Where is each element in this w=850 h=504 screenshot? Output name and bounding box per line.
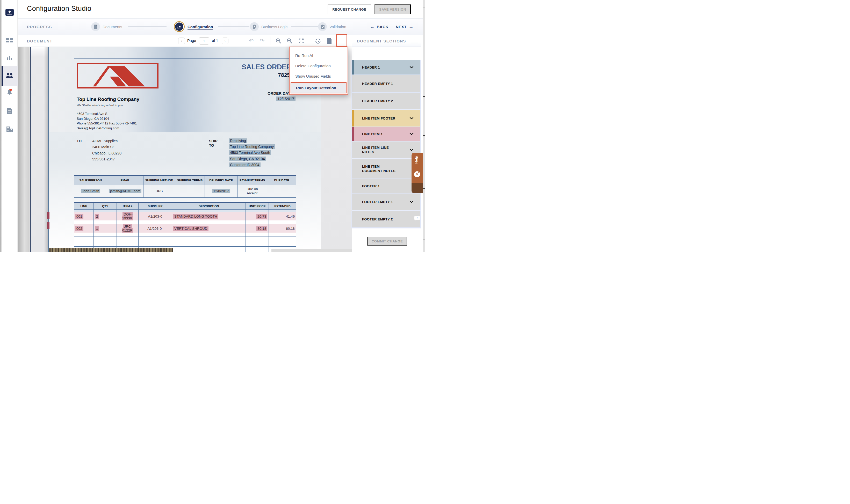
dashboard-icon <box>6 38 13 43</box>
section-item-header-empty-1[interactable]: HEADER EMPTY 1 <box>352 75 420 92</box>
menu-item-delete-configuration[interactable]: Delete Configuration <box>290 61 348 71</box>
cell-line[interactable]: 001 <box>74 212 94 221</box>
order-number: 7825 <box>278 72 290 78</box>
menu-item-run-layout-detection[interactable]: Run Layout Detection <box>291 82 347 93</box>
back-button[interactable]: ← BACK <box>370 24 388 30</box>
page-top-rule <box>74 58 321 59</box>
page-count-label: of 1 <box>212 39 218 43</box>
sidebar-item-company[interactable] <box>5 125 14 134</box>
ship-to-line[interactable]: Top Line Roofing Company <box>229 144 275 149</box>
step-configuration-label[interactable]: Configuration <box>188 24 213 30</box>
cell-qty[interactable]: 1 <box>94 224 117 233</box>
bar-chart-icon <box>7 55 13 61</box>
chevron-right-icon: › <box>225 39 226 43</box>
ship-to-line[interactable]: San Diego, CA 92104 <box>229 157 266 161</box>
cell-item[interactable]: JRC-01229 <box>117 224 139 233</box>
column-header: EXTENDED <box>269 203 296 210</box>
chevron-down-icon[interactable] <box>410 201 414 203</box>
chevron-down-icon[interactable] <box>410 133 414 135</box>
new-document-button[interactable] <box>326 37 333 44</box>
line-item-row-001[interactable]: 001 2 DOH-19336 A1/203-0 STANDARD LONG T… <box>74 212 296 221</box>
page-number-input[interactable] <box>199 37 209 44</box>
section-item-line-item-1[interactable]: LINE ITEM 1 <box>352 127 420 141</box>
head-idea-icon <box>253 24 256 29</box>
ship-to-line[interactable]: Customer ID 3004 <box>229 162 261 167</box>
cell-email[interactable]: jsmith@ACME.com <box>107 185 143 198</box>
chevron-down-icon[interactable] <box>410 149 414 151</box>
redo-button[interactable]: ↷ <box>259 37 266 44</box>
step-business-logic-icon[interactable] <box>250 22 259 31</box>
viewer-scroll-gutter[interactable] <box>18 47 30 252</box>
section-item-footer-empty-2[interactable]: FOOTER EMPTY 2 <box>352 211 420 228</box>
section-item-header-1[interactable]: HEADER 1 <box>352 60 420 74</box>
sidebar-item-analytics[interactable] <box>5 54 14 62</box>
sidebar-item-dashboard[interactable] <box>5 36 14 45</box>
line-items-table: LINE QTY ITEM # SUPPLIER DESCRIPTION UNI… <box>74 202 296 252</box>
ship-to-line[interactable]: 4503 Terminal Ave South <box>229 150 271 155</box>
commit-change-button[interactable]: COMMIT CHANGE <box>367 237 407 246</box>
previous-page-button[interactable]: ‹ <box>178 37 185 44</box>
section-item-line-item-footer[interactable]: LINE ITEM FOOTER <box>352 110 420 127</box>
cell-qty[interactable]: 2 <box>94 212 117 221</box>
progress-connector <box>291 26 320 27</box>
line-item-row-002[interactable]: 002 1 JRC-01229 A1/206-0- VERTICAL SHROU… <box>74 224 296 233</box>
section-item-footer-1[interactable]: FOOTER 1 <box>352 179 420 193</box>
sidebar-item-profile[interactable] <box>5 8 14 17</box>
step-documents-icon[interactable] <box>91 22 100 31</box>
zoom-out-button[interactable] <box>275 37 282 44</box>
step-validation-icon[interactable] <box>318 22 327 31</box>
address-line: San Diego, CA 92104 <box>77 116 137 121</box>
undo-button[interactable]: ↶ <box>248 37 255 44</box>
sidebar-item-users[interactable] <box>5 72 14 80</box>
fullscreen-button[interactable] <box>298 37 305 44</box>
cell-item[interactable]: DOH-19336 <box>117 212 139 221</box>
line-item-marker-002 <box>47 222 50 229</box>
company-name: Top Line Roofing Company <box>77 96 139 102</box>
menu-item-show-unused-fields[interactable]: Show Unused Fields <box>290 71 348 81</box>
cell-line[interactable]: 002 <box>74 224 94 233</box>
section-item-footer-empty-1[interactable]: FOOTER EMPTY 1 <box>352 194 420 210</box>
cell-salesperson[interactable]: John Smith <box>74 185 107 198</box>
building-icon <box>6 127 13 133</box>
cell-delivery-date[interactable]: 12/8/2017 <box>205 185 238 198</box>
cell-unit-price[interactable]: 80.18 <box>246 224 269 233</box>
to-line: ACME Supplies <box>92 138 121 144</box>
notification-dot <box>9 89 12 91</box>
viewer-scrollbar-thumb[interactable] <box>30 47 31 252</box>
cell-unit-price[interactable]: 20.73 <box>246 212 269 221</box>
next-button[interactable]: NEXT → <box>396 24 414 30</box>
help-tab-upper[interactable]: Help ✕ <box>412 152 423 183</box>
column-header: QTY <box>94 203 117 210</box>
menu-item-rerun-ai[interactable]: Re-Run AI <box>290 51 348 60</box>
sidebar-item-documents[interactable] <box>5 107 14 116</box>
request-change-button[interactable]: REQUEST CHANGE <box>328 4 371 14</box>
section-item-line-item-line-notes[interactable]: LINE ITEM LINE NOTES <box>352 142 420 158</box>
document-icon <box>6 108 13 115</box>
address-line: Sales@TopLineRoofing.com <box>77 126 137 131</box>
order-date-value[interactable]: 12/1/2017 <box>276 96 295 101</box>
sidebar-item-notifications[interactable] <box>5 89 14 97</box>
chevron-down-icon[interactable] <box>410 66 414 69</box>
step-configuration-icon[interactable] <box>174 21 185 32</box>
strip-line <box>423 135 425 136</box>
step-business-logic-label[interactable]: Business Logic <box>261 24 288 29</box>
cell-description[interactable]: STANDARD LONG TOOTH <box>172 212 246 221</box>
ship-to-label: SHIP TO <box>209 139 222 148</box>
table-header-row: SALESPERSON EMAIL SHIPPING METHOD SHIPPI… <box>74 176 296 185</box>
feedback-tab[interactable]: ! <box>412 183 423 193</box>
column-header: SHIPPING TERMS <box>175 176 205 185</box>
cell-description[interactable]: VERTICAL SHROUD <box>172 224 246 233</box>
zoom-in-button[interactable] <box>286 37 293 44</box>
chevron-down-icon[interactable] <box>410 117 414 120</box>
company-address: 4503 Terminal Ave S San Diego, CA 92104 … <box>77 111 137 131</box>
cell-extended: 80.18 <box>269 224 296 233</box>
next-page-button[interactable]: › <box>222 37 228 44</box>
step-validation-label[interactable]: Validation <box>329 24 346 29</box>
step-documents-label[interactable]: Documents <box>103 24 122 29</box>
ship-to-line[interactable]: Receiving <box>229 139 247 143</box>
history-button[interactable] <box>314 37 322 44</box>
section-item-header-empty-2[interactable]: HEADER EMPTY 2 <box>352 93 420 109</box>
strip-line <box>423 188 425 188</box>
save-version-button[interactable]: SAVE VERSION <box>375 4 411 14</box>
section-item-line-item-document-notes[interactable]: LINE ITEM DOCUMENT NOTES <box>352 159 420 179</box>
